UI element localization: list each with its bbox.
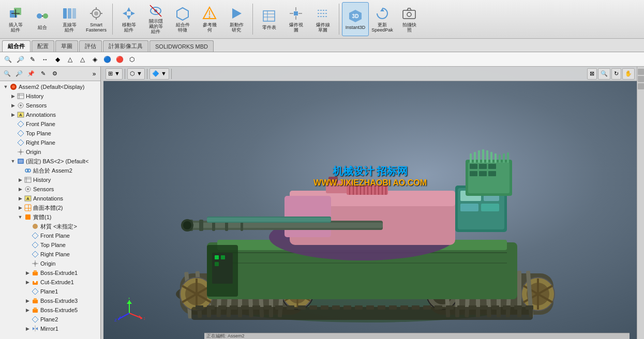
tab-drawing[interactable]: 草圖 [55, 40, 78, 52]
tree-item-right-plane1[interactable]: ▶ Right Plane [0, 138, 100, 147]
new-motion-button[interactable]: 新動作研究 [223, 2, 250, 36]
zoom-out-btn[interactable]: 🔎 [14, 54, 26, 65]
tree-item-top-plane2[interactable]: ▶ Top Plane [0, 240, 100, 250]
tree-item-sensors2[interactable]: ▶ Sensors [0, 184, 100, 194]
smart-fasteners-button[interactable]: SmartFasteners [83, 2, 110, 36]
tree-item-bas2[interactable]: ▼ (固定) BAS<2> (Default< [0, 157, 100, 166]
display-style-btn[interactable]: ⬡ ▼ [127, 68, 145, 80]
svg-rect-180 [207, 218, 331, 222]
instant3d-button[interactable]: 3D Instant3D [342, 2, 369, 36]
insert-component-button[interactable]: 插入等組件 [2, 2, 29, 36]
tree-label-root: Assem2 (Default<Display) [19, 84, 84, 90]
tree-item-top-plane1[interactable]: ▶ Top Plane [0, 129, 100, 138]
pan-btn[interactable]: ✎ [27, 54, 38, 65]
right-panel-btn1[interactable] [638, 69, 644, 75]
tree-item-mate[interactable]: ▶ 結合於 Assem2 [0, 166, 100, 175]
tree-expand-history1[interactable]: ▶ [9, 93, 17, 100]
panel-filter-btn[interactable]: 🔎 [13, 68, 25, 80]
shape-btn7[interactable]: ⬡ [126, 54, 138, 65]
hide-show-button[interactable]: 關示隱藏的等組件 [142, 2, 169, 36]
rotate3d-btn[interactable]: ↻ [611, 68, 621, 80]
svg-rect-216 [446, 305, 454, 310]
tree-item-origin1[interactable]: ▶ Origin [0, 147, 100, 157]
tree-item-history2[interactable]: ▶ History [0, 175, 100, 184]
tree-expand-history2[interactable]: ▶ [17, 176, 24, 183]
tree-item-history1[interactable]: ▶ History [0, 91, 100, 101]
tab-solidworks-mbd[interactable]: SOLIDWORKS MBD [149, 40, 214, 52]
tree-expand-boss-extrude3[interactable]: ▶ [24, 297, 31, 304]
tree-item-boss-extrude1[interactable]: ▶ Boss-Extrude1 [0, 268, 100, 278]
shape-btn3[interactable]: △ [77, 54, 88, 65]
tree-label-right-plane2: Right Plane [40, 251, 70, 257]
viewport[interactable]: ⊞ ▼ ⬡ ▼ 🔷 ▼ ⊠ 🔍 ↻ ✋ [103, 67, 637, 339]
tree-expand-annotations2[interactable]: ▶ [17, 195, 24, 202]
tree-item-plane1[interactable]: ▶ Plane1 [0, 287, 100, 296]
right-panel-btn2[interactable] [638, 76, 644, 82]
explode-line-button[interactable]: 爆炸線草圖 [309, 2, 336, 36]
capture-snapshot-button[interactable]: 拍攝快照 [396, 2, 423, 36]
panel-expand-btn[interactable]: » [89, 69, 99, 79]
shape-btn5[interactable]: 🔵 [101, 54, 113, 65]
tree-expand-root[interactable]: ▼ [2, 83, 9, 90]
component-table-button[interactable]: 零件表 [256, 2, 282, 36]
tree-expand-mirror1[interactable]: ▶ [24, 325, 31, 332]
assembly-features-button[interactable]: 組合件特徵 [169, 2, 196, 36]
tree-item-material[interactable]: ▶ 材質 <未指定> [0, 222, 100, 231]
tree-expand-surface-body[interactable]: ▶ [17, 204, 24, 211]
tree-item-boss-extrude3[interactable]: ▶ Boss-Extrude3 [0, 296, 100, 305]
explode-view-button[interactable]: 爆炸視圖 [282, 2, 309, 36]
zoom-fit-btn[interactable]: ⊠ [587, 68, 597, 80]
shape-btn2[interactable]: △ [64, 54, 76, 65]
tree-item-root[interactable]: ▼ Assem2 (Default<Display) [0, 82, 100, 91]
tree-item-right-plane2[interactable]: ▶ Right Plane [0, 250, 100, 259]
tree-expand-solid-body[interactable]: ▼ [17, 213, 24, 221]
tree-icon-origin2 [31, 259, 39, 268]
shape-btn6[interactable]: 🔴 [114, 54, 125, 65]
assemble-button[interactable]: 組合 [29, 2, 56, 36]
shape-btn1[interactable]: ◆ [52, 54, 63, 65]
tree-expand-bas2[interactable]: ▼ [9, 158, 17, 165]
view-selector-btn[interactable]: ⊞ ▼ [106, 68, 123, 80]
tree-item-boss-extrude5[interactable]: ▶ Boss-Extrude5 [0, 305, 100, 315]
tree-expand-sensors1[interactable]: ▶ [9, 102, 17, 109]
tab-config[interactable]: 配置 [32, 40, 54, 52]
view-orientation-btn[interactable]: 🔷 ▼ [149, 68, 169, 80]
panel-search-btn[interactable]: 🔍 [2, 68, 13, 80]
tree-item-front-plane1[interactable]: ▶ Front Plane [0, 119, 100, 129]
tree-item-front-plane2[interactable]: ▶ Front Plane [0, 231, 100, 240]
tree-expand-cut-extrude1[interactable]: ▶ [24, 279, 31, 286]
tree-item-annotations1[interactable]: ▶ A Annotations [0, 110, 100, 119]
tree-item-surface-body[interactable]: ▶ 曲面本體(2) [0, 203, 100, 212]
tree-item-cut-extrude1[interactable]: ▶ Cut-Extrude1 [0, 278, 100, 287]
tree-expand-boss-extrude1[interactable]: ▶ [24, 269, 31, 276]
shape-btn4[interactable]: ◈ [89, 54, 100, 65]
svg-rect-139 [215, 262, 219, 266]
tree-item-sensors1[interactable]: ▶ Sensors [0, 101, 100, 110]
pan-view-btn[interactable]: ✋ [622, 68, 635, 80]
toolbar-group-2: 移動等組件 關示隱藏的等組件 組合件特徵 參考幾何 新動作研究 [115, 2, 250, 36]
tab-evaluate[interactable]: 評估 [79, 40, 102, 52]
linear-array-button[interactable]: 直線等組件 [56, 2, 83, 36]
tree-icon-front-plane1 [17, 120, 25, 128]
zoom-in-btn[interactable]: 🔍 [2, 54, 13, 65]
tab-assembly[interactable]: 組合件 [2, 40, 31, 52]
panel-pin-btn[interactable]: 📌 [25, 68, 37, 80]
rotate-btn[interactable]: ↔ [39, 54, 51, 65]
tree-item-plane2[interactable]: ▶ Plane2 [0, 315, 100, 324]
update-speedpak-button[interactable]: 更新SpeedPak [369, 2, 396, 36]
panel-edit-btn[interactable]: ✎ [37, 68, 49, 80]
tree-expand-annotations1[interactable]: ▶ [9, 111, 17, 118]
tree-item-annotations2[interactable]: ▶ A Annotations [0, 194, 100, 203]
panel-settings-btn[interactable]: ⚙ [49, 68, 61, 80]
tree-item-solid-body[interactable]: ▼ 實體(1) [0, 212, 100, 222]
tree-label-origin2: Origin [40, 260, 55, 267]
move-component-button[interactable]: 移動等組件 [115, 2, 142, 36]
reference-geometry-button[interactable]: 參考幾何 [196, 2, 223, 36]
zoom-area-btn[interactable]: 🔍 [598, 68, 610, 80]
tree-item-origin2[interactable]: ▶ Origin [0, 259, 100, 268]
tab-computer-image[interactable]: 計算影像工具 [103, 40, 148, 52]
right-panel-btn3[interactable] [638, 83, 644, 89]
tree-item-mirror1[interactable]: ▶ Mirror1 [0, 324, 100, 333]
tree-expand-boss-extrude5[interactable]: ▶ [24, 306, 31, 314]
tree-expand-sensors2[interactable]: ▶ [17, 186, 24, 193]
